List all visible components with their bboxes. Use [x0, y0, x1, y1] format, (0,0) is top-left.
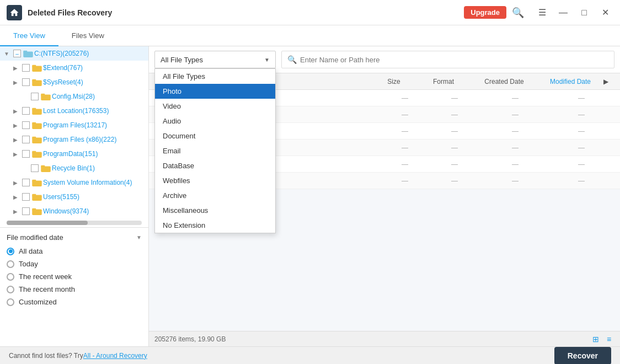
tab-files-view[interactable]: Files View — [58, 25, 117, 46]
dropdown-item-audio[interactable]: Audio — [155, 114, 275, 129]
folder-icon-extend — [32, 64, 42, 72]
dropdown-item-email[interactable]: Email — [155, 143, 275, 158]
expand-arrow-sysvolinfo: ▶ — [11, 180, 20, 186]
dropdown-arrow-icon: ▼ — [264, 57, 270, 63]
row-size-5: — — [383, 177, 427, 185]
tree-label-sysvolinfo: System Volume Information(4) — [43, 179, 132, 186]
expand-arrow-lostloc: ▶ — [11, 108, 20, 114]
radio-customized[interactable]: Customized — [7, 298, 142, 306]
row-created-2: — — [482, 127, 548, 135]
row-created-1: — — [482, 111, 548, 119]
sidebar-scrollbar[interactable] — [7, 221, 142, 225]
svg-rect-11 — [32, 122, 36, 125]
tree-item-configmsi[interactable]: ▶ Config.Msi(28) — [0, 89, 148, 104]
window-controls: ☰ — □ ✕ — [534, 4, 613, 21]
radio-today[interactable]: Today — [7, 260, 142, 268]
file-type-label: All File Types — [161, 56, 203, 64]
tree-label-recyclebin: Recycle Bin(1) — [52, 164, 95, 172]
checkbox-extend[interactable] — [22, 64, 30, 72]
search-box: 🔍 — [281, 51, 614, 68]
filter-panel: File modified date ▼ All data Today The … — [0, 227, 148, 312]
checkbox-users[interactable] — [22, 193, 30, 201]
tree-item-programfiles[interactable]: ▶ Program Files(13217) — [0, 118, 148, 132]
all-around-recovery-link[interactable]: All - Around Recovery — [83, 352, 147, 360]
file-type-button[interactable]: All File Types ▼ — [154, 51, 276, 68]
radio-circle-recent-month — [7, 286, 14, 293]
dropdown-item-photo[interactable]: Photo — [155, 84, 275, 99]
tree-label-sysreset: $SysReset(4) — [43, 78, 83, 86]
dropdown-item-all[interactable]: All File Types — [155, 69, 275, 84]
radio-circle-recent-week — [7, 273, 14, 281]
row-created-3: — — [482, 144, 548, 152]
folder-icon-recyclebin — [41, 164, 51, 172]
svg-rect-5 — [32, 79, 36, 82]
tree-item-lostloc[interactable]: ▶ Lost Location(176353) — [0, 104, 148, 118]
recover-button[interactable]: Recover — [554, 347, 611, 365]
col-header-format[interactable]: Format — [416, 78, 471, 85]
row-created-4: — — [482, 160, 548, 168]
checkbox-configmsi[interactable] — [31, 93, 39, 100]
dropdown-item-document[interactable]: Document — [155, 129, 275, 143]
svg-rect-7 — [41, 94, 45, 96]
file-type-selector: All File Types ▼ All File Types Photo Vi… — [154, 51, 276, 68]
checkbox-lostloc[interactable] — [22, 107, 30, 115]
dropdown-item-database[interactable]: DataBase — [155, 158, 275, 173]
filter-title[interactable]: File modified date ▼ — [7, 233, 142, 242]
radio-recent-week[interactable]: The recent week — [7, 272, 142, 281]
tree-item-programfilesx86[interactable]: ▶ Program Files (x86)(222) — [0, 132, 148, 147]
lost-files-text: Cannot find lost files? Try — [9, 352, 83, 360]
tree-item-recyclebin[interactable]: ▶ Recycle Bin(1) — [0, 161, 148, 175]
bottom-bar: Cannot find lost files? Try All - Around… — [0, 346, 620, 364]
checkbox-root[interactable]: – — [13, 50, 21, 57]
dropdown-item-webfiles[interactable]: Webfiles — [155, 173, 275, 188]
row-modified-2: — — [548, 127, 614, 135]
list-view-icon[interactable]: ≡ — [603, 334, 614, 345]
folder-icon-sysreset — [32, 78, 42, 86]
expand-arrow-extend: ▶ — [11, 65, 20, 71]
close-button[interactable]: ✕ — [597, 4, 613, 21]
checkbox-sysvolinfo[interactable] — [22, 179, 30, 186]
col-header-modified[interactable]: Modified Date — [537, 78, 603, 85]
folder-icon-configmsi — [41, 93, 51, 100]
radio-recent-month[interactable]: The recent month — [7, 285, 142, 293]
tree-item-root[interactable]: ▼ – C:(NTFS)(205276) — [0, 46, 148, 61]
checkbox-sysreset[interactable] — [22, 78, 30, 86]
svg-rect-13 — [32, 137, 36, 139]
col-header-created[interactable]: Created Date — [471, 78, 537, 85]
tree-item-sysvolinfo[interactable]: ▶ System Volume Information(4) — [0, 175, 148, 190]
upgrade-button[interactable]: Upgrade — [464, 6, 506, 19]
radio-all-data[interactable]: All data — [7, 247, 142, 255]
minimize-button[interactable]: — — [555, 4, 571, 21]
dropdown-item-miscellaneous[interactable]: Miscellaneous — [155, 203, 275, 218]
expand-arrow-programfilesx86: ▶ — [11, 137, 20, 143]
dropdown-item-no-extension[interactable]: No Extension — [155, 218, 275, 233]
tab-tree-view[interactable]: Tree View — [0, 25, 58, 46]
status-bar: 205276 items, 19.90 GB ⊞ ≡ — [149, 331, 620, 346]
row-format-3: — — [427, 144, 482, 152]
dropdown-item-archive[interactable]: Archive — [155, 188, 275, 203]
checkbox-programfiles[interactable] — [22, 121, 30, 129]
tree-label-programdata: ProgramData(151) — [43, 150, 98, 158]
tree-label-extend: $Extend(767) — [43, 64, 83, 72]
tree-item-sysreset[interactable]: ▶ $SysReset(4) — [0, 75, 148, 89]
grid-view-icon[interactable]: ⊞ — [590, 334, 601, 345]
sidebar: ▼ – C:(NTFS)(205276) ▶ $Extend(767) ▶ — [0, 46, 149, 346]
checkbox-programfilesx86[interactable] — [22, 136, 30, 143]
checkbox-recyclebin[interactable] — [31, 164, 39, 172]
menu-button[interactable]: ☰ — [534, 4, 550, 21]
search-icon[interactable]: 🔍 — [512, 7, 524, 19]
checkbox-windows[interactable] — [22, 207, 30, 215]
tree-item-programdata[interactable]: ▶ ProgramData(151) — [0, 147, 148, 161]
search-input[interactable] — [300, 56, 608, 64]
checkbox-programdata[interactable] — [22, 150, 30, 158]
tree-item-windows[interactable]: ▶ Windows(9374) — [0, 204, 148, 218]
row-format-0: — — [427, 94, 482, 102]
dropdown-item-video[interactable]: Video — [155, 99, 275, 114]
svg-rect-1 — [23, 51, 27, 53]
radio-group: All data Today The recent week The recen… — [7, 247, 142, 306]
col-header-size[interactable]: Size — [372, 78, 416, 85]
tree-item-extend[interactable]: ▶ $Extend(767) — [0, 61, 148, 75]
maximize-button[interactable]: □ — [576, 4, 592, 21]
row-size-1: — — [383, 111, 427, 119]
tree-item-users[interactable]: ▶ Users(5155) — [0, 190, 148, 204]
